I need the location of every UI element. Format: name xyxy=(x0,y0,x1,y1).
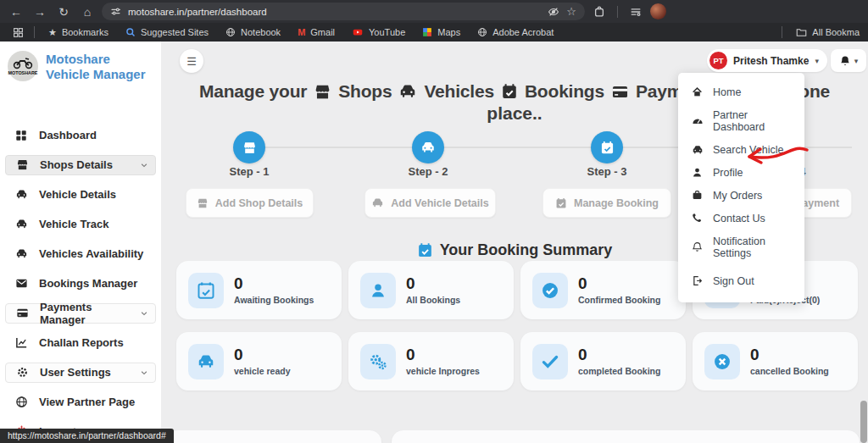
chevron-down-icon xyxy=(140,309,148,318)
car-icon xyxy=(692,144,704,156)
step1-label: Step - 1 xyxy=(198,165,300,178)
eye-off-icon[interactable] xyxy=(548,6,559,18)
calendar-check-icon xyxy=(188,273,224,308)
scrollbar-thumb[interactable] xyxy=(860,401,867,443)
site-settings-icon[interactable] xyxy=(110,6,121,17)
step2-label: Step - 2 xyxy=(377,165,479,178)
home-icon[interactable]: ⌂ xyxy=(78,3,97,21)
grid-icon xyxy=(15,130,28,141)
menu-item-my-orders[interactable]: My Orders xyxy=(678,184,804,207)
chevron-down-icon xyxy=(140,368,148,377)
step3-label: Step - 3 xyxy=(556,165,658,178)
url-bar[interactable]: motoshare.in/partner/dashboard ☆ xyxy=(102,3,585,20)
youtube-icon xyxy=(352,27,364,37)
folder-icon xyxy=(796,27,807,38)
sidebar-item-bookings-manager[interactable]: Bookings Manager xyxy=(5,274,156,294)
browser-profile-avatar[interactable] xyxy=(650,3,666,19)
maps-icon xyxy=(422,27,432,37)
motoshare-logo: MOTOSHARE xyxy=(7,50,39,82)
menu-item-contact-us[interactable]: Contact Us xyxy=(678,207,804,230)
all-bookmarks-button[interactable]: All Bookma xyxy=(789,27,860,38)
sidebar-item-vehicles-availability[interactable]: Vehicles Availability xyxy=(5,244,156,264)
calendar-check-icon xyxy=(501,83,518,100)
car-icon xyxy=(15,188,28,201)
tachometer-icon xyxy=(692,115,704,127)
bookmarks-bar: ★Bookmarks Suggested Sites Notebook MGma… xyxy=(0,23,868,42)
summary-card-completed-booking: 0completed Booking xyxy=(520,332,686,390)
shop-icon xyxy=(314,83,331,101)
bookmark-star-icon[interactable]: ☆ xyxy=(566,5,576,18)
menu-item-notification-settings[interactable]: Notification Settings xyxy=(678,230,804,264)
phone-icon xyxy=(692,213,704,224)
forward-icon[interactable]: → xyxy=(31,3,49,21)
sidebar-item-payments-manager[interactable]: Payments Manager xyxy=(5,303,156,324)
summary-card-awaiting-bookings: 0Awaiting Bookings xyxy=(176,261,342,319)
globe-icon xyxy=(477,27,487,37)
person-icon xyxy=(692,167,704,178)
apps-grid-icon[interactable] xyxy=(8,23,27,42)
browser-toolbar: ← → ↻ ⌂ motoshare.in/partner/dashboard ☆ xyxy=(0,0,868,23)
bookmark-item-gmail[interactable]: MGmail xyxy=(291,27,342,37)
sidebar-toggle-button[interactable]: ☰ xyxy=(180,49,203,73)
brand-name: Motoshare Vehicle Manager xyxy=(46,50,154,83)
main-content: ☰ PT Pritesh Thamke ▾ ▾ Manage your Shop… xyxy=(161,42,868,443)
cogs-icon xyxy=(360,344,396,379)
globe-icon xyxy=(15,396,28,408)
sidebar-item-vehicle-track[interactable]: Vehicle Track xyxy=(5,214,156,235)
add-vehicle-details-button[interactable]: Add Vehicle Details xyxy=(364,188,496,218)
credit-card-icon xyxy=(611,83,629,101)
menu-item-sign-out[interactable]: Sign Out xyxy=(678,269,804,292)
sidebar-item-challan-reports[interactable]: Challan Reports xyxy=(5,333,156,353)
sidebar-item-view-partner-page[interactable]: View Partner Page xyxy=(5,392,156,413)
sidebar-item-shops-details[interactable]: Shops Details xyxy=(5,155,156,175)
menu-item-home[interactable]: Home xyxy=(678,80,804,103)
briefcase-icon xyxy=(692,190,704,201)
summary-card-vehicle-inprogress: 0vehicle Inprogres xyxy=(348,332,514,390)
status-url-tooltip: https://motoshare.in/partner/dashboard# xyxy=(0,429,174,443)
sign-out-icon xyxy=(692,275,704,286)
page: MOTOSHARE Motoshare Vehicle Manager Dash… xyxy=(0,42,868,443)
sidebar-nav: Dashboard Shops Details Vehicle Details … xyxy=(0,125,161,442)
side-panel-icon[interactable] xyxy=(626,3,645,21)
check-icon xyxy=(532,344,568,379)
menu-item-partner-dashboard[interactable]: Partner Dashboard xyxy=(678,103,804,138)
svg-text:MOTOSHARE: MOTOSHARE xyxy=(8,70,38,75)
summary-card-confirmed-booking: 0Confirmed Booking xyxy=(520,261,686,319)
gmail-icon: M xyxy=(298,27,305,37)
add-shop-details-button[interactable]: Add Shop Details xyxy=(186,188,314,218)
sidebar-item-vehicle-details[interactable]: Vehicle Details xyxy=(5,185,156,205)
bookmark-item-suggested-sites[interactable]: Suggested Sites xyxy=(119,27,215,37)
credit-card-icon xyxy=(16,307,29,319)
caret-down-icon: ▾ xyxy=(854,57,859,65)
chart-line-icon xyxy=(15,336,28,349)
shop-icon xyxy=(197,197,209,209)
summary-card-vehicle-ready: 0vehicle ready xyxy=(176,332,342,390)
notifications-button[interactable]: ▾ xyxy=(831,49,866,72)
car-icon xyxy=(15,218,28,230)
summary-card-cancelled-booking: 0cancelled Booking xyxy=(693,332,858,390)
extensions-icon[interactable] xyxy=(590,3,609,21)
reload-icon[interactable]: ↻ xyxy=(54,3,73,21)
bookmark-item-youtube[interactable]: YouTube xyxy=(345,27,412,37)
sidebar-item-user-settings[interactable]: User Settings xyxy=(5,363,156,383)
step1-shop-icon xyxy=(233,131,265,163)
manage-booking-button[interactable]: Manage Booking xyxy=(542,188,671,218)
user-menu-button[interactable]: PT Pritesh Thamke ▾ xyxy=(707,49,827,72)
back-icon[interactable]: ← xyxy=(7,3,25,21)
bookmark-item-adobe-acrobat[interactable]: Adobe Acrobat xyxy=(470,27,560,37)
gear-icon xyxy=(16,366,29,379)
bookmark-item-notebook[interactable]: Notebook xyxy=(219,27,287,37)
bookmark-item-maps[interactable]: Maps xyxy=(415,27,467,37)
brand[interactable]: MOTOSHARE Motoshare Vehicle Manager xyxy=(0,42,161,88)
star-icon: ★ xyxy=(48,27,57,38)
person-icon xyxy=(360,273,396,308)
car-icon xyxy=(15,247,28,260)
step2-car-icon xyxy=(412,131,444,163)
user-dropdown-menu: Home Partner Dashboard Search Vehicle Pr… xyxy=(678,73,804,302)
sidebar-item-dashboard[interactable]: Dashboard xyxy=(5,125,156,146)
bookmark-item-bookmarks[interactable]: ★Bookmarks xyxy=(42,27,115,38)
car-icon xyxy=(371,197,384,209)
home-icon xyxy=(692,86,704,97)
globe-icon xyxy=(225,27,236,37)
bell-icon xyxy=(839,55,851,67)
